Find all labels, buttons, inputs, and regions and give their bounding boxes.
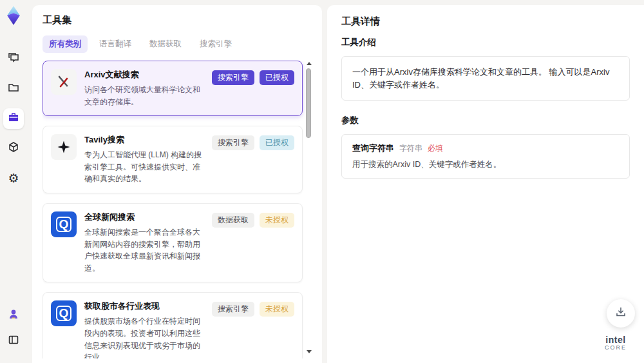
tool-icon: Q	[51, 300, 77, 326]
intel-core-logo: intel CORE	[596, 335, 635, 351]
download-icon	[614, 306, 627, 321]
chat-icon	[7, 52, 20, 67]
tool-tag: 搜索引擎	[212, 70, 254, 85]
tool-tag: 已授权	[260, 135, 294, 150]
tool-tag: 数据获取	[212, 213, 254, 228]
tool-description: 专为人工智能代理 (LLM) 构建的搜索引擎工具。可快速提供实时、准确和真实的结…	[84, 149, 204, 185]
scroll-down-arrow[interactable]	[307, 350, 312, 353]
tool-icon	[51, 134, 77, 160]
tool-name: Tavily搜索	[84, 134, 204, 146]
tool-tags: 搜索引擎未授权	[212, 300, 294, 358]
param-header: 查询字符串 字符串 必填	[352, 142, 619, 154]
detail-title: 工具详情	[341, 15, 630, 28]
tool-list-item[interactable]: Q 全球新闻搜索 全球新闻搜索是一个聚合全球各大新闻网站内容的搜索引擎，帮助用户…	[43, 203, 303, 282]
param-card: 查询字符串 字符串 必填 用于搜索的Arxiv ID、关键字或作者姓名。	[341, 134, 630, 179]
tool-name: 全球新闻搜索	[84, 211, 204, 223]
tavily-star-icon	[57, 141, 70, 153]
gear-icon: ⚙	[8, 172, 19, 184]
app-rail: ⚙	[0, 0, 27, 363]
nav-models-button[interactable]	[3, 138, 24, 159]
tool-description: 访问各个研究领域大量科学论文和文章的存储库。	[84, 84, 204, 108]
user-avatar-button[interactable]	[3, 305, 24, 326]
tool-detail-panel: 工具详情 工具介绍 一个用于从Arxiv存储库搜索科学论文和文章的工具。 输入可…	[327, 5, 644, 363]
user-avatar-icon	[7, 308, 20, 323]
tool-icon: Q	[51, 211, 77, 237]
tool-list-item[interactable]: Arxiv文献搜索 访问各个研究领域大量科学论文和文章的存储库。 搜索引擎已授权	[43, 61, 303, 116]
tool-info: Arxiv文献搜索 访问各个研究领域大量科学论文和文章的存储库。	[84, 69, 204, 108]
tool-tags: 搜索引擎已授权	[212, 69, 294, 108]
nav-settings-button[interactable]: ⚙	[3, 168, 24, 188]
scrollbar-thumb[interactable]	[306, 68, 311, 138]
intel-logo-text: intel	[596, 335, 635, 345]
tool-list: Arxiv文献搜索 访问各个研究领域大量科学论文和文章的存储库。 搜索引擎已授权…	[43, 61, 312, 358]
scroll-up-arrow[interactable]	[307, 62, 312, 65]
toolbox-icon	[7, 111, 20, 126]
tool-info: Tavily搜索 专为人工智能代理 (LLM) 构建的搜索引擎工具。可快速提供实…	[84, 134, 204, 185]
tool-tag: 搜索引擎	[212, 302, 254, 317]
panel-toggle-icon	[7, 333, 20, 349]
nav-chat-button[interactable]	[3, 49, 24, 70]
category-tab-1[interactable]: 语言翻译	[93, 35, 138, 53]
nav-files-button[interactable]	[3, 79, 24, 99]
tool-description: 提供股票市场各个行业在特定时间段内的表现。投资者可以利用这些信息来识别表现优于或…	[84, 315, 204, 358]
tool-tag: 已授权	[260, 70, 294, 85]
tool-name: Arxiv文献搜索	[84, 69, 204, 81]
intro-text: 一个用于从Arxiv存储库搜索科学论文和文章的工具。 输入可以是Arxiv ID…	[341, 56, 630, 101]
param-required-badge: 必填	[428, 143, 443, 154]
news-search-logo-icon: Q	[56, 306, 71, 321]
tool-tags: 数据获取未授权	[212, 211, 294, 274]
tool-list-item[interactable]: Tavily搜索 专为人工智能代理 (LLM) 构建的搜索引擎工具。可快速提供实…	[43, 126, 303, 193]
tool-tags: 搜索引擎已授权	[212, 134, 294, 185]
category-tab-2[interactable]: 数据获取	[143, 35, 188, 53]
news-search-logo-icon: Q	[56, 217, 71, 232]
tool-tag: 搜索引擎	[212, 135, 254, 150]
download-button[interactable]	[607, 299, 635, 328]
cube-icon	[7, 141, 20, 156]
app-logo-icon	[4, 5, 23, 26]
collapse-panel-button[interactable]	[3, 331, 24, 351]
core-logo-text: CORE	[596, 345, 635, 351]
tool-tag: 未授权	[260, 213, 294, 228]
tool-description: 全球新闻搜索是一个聚合全球各大新闻网站内容的搜索引擎，帮助用户快速获取全球最新资…	[84, 226, 204, 274]
tool-list-item[interactable]: Q 获取股市各行业表现 提供股票市场各个行业在特定时间段内的表现。投资者可以利用…	[43, 292, 303, 358]
page-title: 工具集	[43, 14, 312, 26]
arxiv-logo-icon	[56, 74, 71, 90]
tool-list-panel: 工具集 所有类别语言翻译数据获取搜索引擎 Arxiv文献搜索 访问各个研究领域大…	[32, 5, 322, 363]
tool-icon	[51, 69, 77, 95]
intro-heading: 工具介绍	[341, 37, 630, 48]
param-description: 用于搜索的Arxiv ID、关键字或作者姓名。	[352, 159, 619, 170]
tool-info: 获取股市各行业表现 提供股票市场各个行业在特定时间段内的表现。投资者可以利用这些…	[84, 300, 204, 358]
folder-icon	[7, 81, 20, 97]
tool-name: 获取股市各行业表现	[84, 300, 204, 312]
param-type: 字符串	[399, 143, 422, 154]
category-tab-0[interactable]: 所有类别	[43, 35, 88, 53]
tool-tag: 未授权	[260, 302, 294, 317]
params-heading: 参数	[341, 115, 630, 126]
nav-tools-button[interactable]	[3, 108, 24, 129]
tool-info: 全球新闻搜索 全球新闻搜索是一个聚合全球各大新闻网站内容的搜索引擎，帮助用户快速…	[84, 211, 204, 274]
category-tabs: 所有类别语言翻译数据获取搜索引擎	[43, 35, 312, 53]
param-name: 查询字符串	[352, 142, 394, 154]
category-tab-3[interactable]: 搜索引擎	[193, 35, 238, 53]
list-scrollbar[interactable]	[305, 61, 312, 358]
